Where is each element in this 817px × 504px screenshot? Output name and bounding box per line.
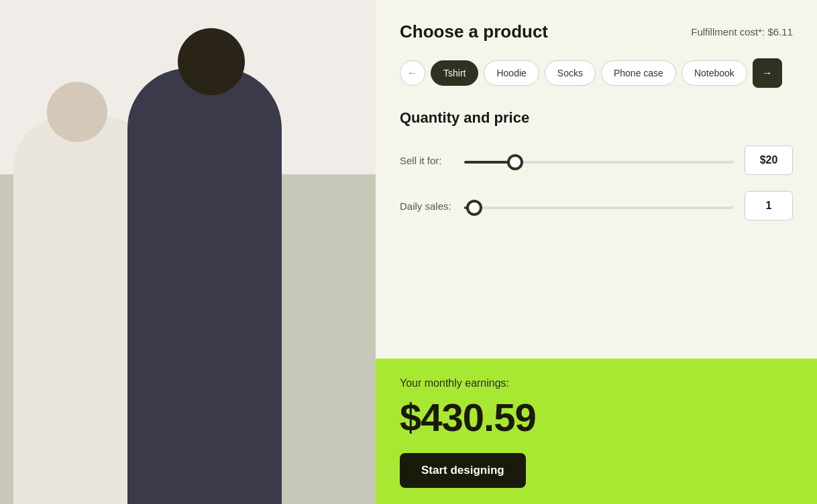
tab-hoodie[interactable]: Hoodie <box>484 60 539 86</box>
start-designing-button[interactable]: Start designing <box>400 453 526 488</box>
sell-for-slider-wrapper <box>464 154 734 166</box>
person-right-body <box>127 68 282 504</box>
sell-for-label: Sell it for: <box>400 155 453 166</box>
person-right-head <box>178 28 245 95</box>
next-tab-button[interactable]: → <box>753 58 782 88</box>
product-tabs-row: ← Tshirt Hoodie Socks Phone case Noteboo… <box>400 58 793 88</box>
left-arrow-icon: ← <box>407 67 418 79</box>
page-title: Choose a product <box>400 21 548 42</box>
tab-phone-case[interactable]: Phone case <box>601 60 676 86</box>
right-arrow-icon: → <box>762 67 773 79</box>
tab-tshirt[interactable]: Tshirt <box>431 60 478 86</box>
daily-sales-label: Daily sales: <box>400 200 453 212</box>
sell-for-slider[interactable] <box>464 161 734 164</box>
daily-sales-slider[interactable] <box>464 206 734 209</box>
fulfillment-cost: Fulfillment cost*: $6.11 <box>691 26 793 38</box>
daily-sales-slider-wrapper <box>464 200 734 212</box>
right-panel: Choose a product Fulfillment cost*: $6.1… <box>376 0 817 504</box>
sell-for-row: Sell it for: $20 <box>400 145 793 175</box>
earnings-amount: $430.59 <box>400 395 793 440</box>
daily-sales-row: Daily sales: 1 <box>400 191 793 220</box>
quantity-price-section: Quantity and price Sell it for: $20 Dail… <box>400 109 793 342</box>
earnings-section: Your monthly earnings: $430.59 Start des… <box>376 359 817 504</box>
product-photo-panel <box>0 0 376 504</box>
prev-tab-button[interactable]: ← <box>400 60 425 86</box>
tab-notebook[interactable]: Notebook <box>682 60 747 86</box>
sell-for-value: $20 <box>745 145 793 175</box>
earnings-label: Your monthly earnings: <box>400 377 793 389</box>
quantity-section-title: Quantity and price <box>400 109 793 127</box>
daily-sales-value: 1 <box>745 191 793 220</box>
tab-socks[interactable]: Socks <box>545 60 596 86</box>
top-section: Choose a product Fulfillment cost*: $6.1… <box>376 0 817 359</box>
header-row: Choose a product Fulfillment cost*: $6.1… <box>400 21 793 42</box>
person-left-head <box>47 82 107 142</box>
